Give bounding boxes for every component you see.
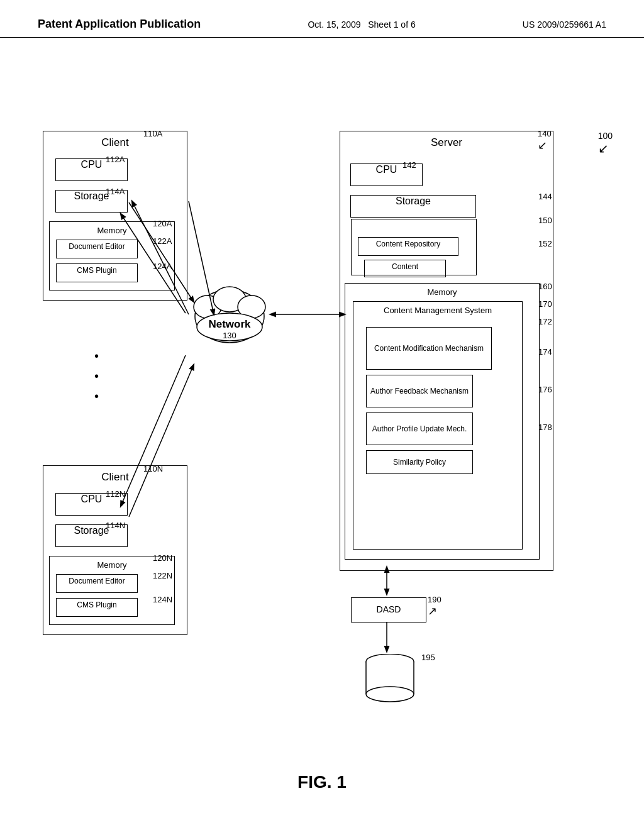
cms-box: Content Management System Content Modifi… [353, 301, 523, 550]
header-date: Oct. 15, 2009 Sheet 1 of 6 [308, 19, 415, 30]
cpu-n-label: CPU [81, 494, 103, 504]
patent-title: Patent Application Publication [38, 18, 201, 31]
svg-point-9 [366, 687, 414, 702]
author-feedback-box: Author Feedback Mechanism [366, 375, 473, 407]
client-a-title: Client [43, 136, 187, 149]
similarity-policy-ref: 178 [538, 423, 552, 432]
content-repo-label: Content Repository [376, 240, 441, 248]
server-ref: 140↙ [538, 129, 552, 152]
storage-server-box: Storage [350, 195, 476, 218]
cms-plugin-a-label: CMS Plugin [77, 266, 116, 275]
cms-plugin-a-ref: 124A [153, 262, 172, 271]
author-profile-label: Author Profile Update Mech. [372, 424, 467, 433]
cms-plugin-n-ref: 124N [153, 595, 172, 604]
network-cloud: Network 130 [186, 282, 274, 351]
cms-plugin-n-label: CMS Plugin [77, 600, 116, 609]
author-profile-ref: 176 [538, 385, 552, 394]
similarity-policy-box: Similarity Policy [366, 450, 473, 474]
client-n-ref: 110N [143, 464, 163, 473]
dots: ••• [94, 346, 99, 406]
dasd-label: DASD [352, 598, 426, 614]
storage-a-ref: 114A [106, 187, 125, 196]
cms-plugin-n-box: CMS Plugin [56, 598, 138, 617]
doc-editor-n-label: Document Editor [69, 577, 125, 585]
author-feedback-label: Author Feedback Mechanism [370, 387, 469, 396]
memory-n-box: Memory Document Editor CMS Plugin [49, 556, 175, 625]
doc-editor-n-ref: 122N [153, 571, 172, 580]
network-ref: 130 [186, 331, 274, 340]
content-ref: 152 [538, 239, 552, 248]
cpu-a-label: CPU [81, 159, 103, 170]
storage-server-label: Storage [396, 196, 431, 206]
author-feedback-ref: 174 [538, 347, 552, 357]
cms-ref: 170 [538, 299, 552, 309]
content-repo-box: Content Repository [358, 237, 458, 256]
storage-n-label: Storage [74, 525, 109, 536]
memory-server-label: Memory [345, 284, 539, 297]
memory-server-ref: 160 [538, 282, 552, 291]
cpu-a-ref: 112A [106, 155, 125, 164]
client-a-ref: 110A [143, 129, 162, 138]
dasd-ref: 190↗ [428, 595, 441, 618]
cpu-server-ref: 142 [402, 160, 416, 170]
diagram: 100 ↙ Client 110A CPU 112A Storage 114A … [0, 38, 644, 805]
header-patent: US 2009/0259661 A1 [523, 19, 606, 30]
doc-editor-a-box: Document Editor [56, 240, 138, 258]
similarity-policy-label: Similarity Policy [393, 458, 446, 467]
doc-editor-a-ref: 122A [153, 236, 172, 246]
header: Patent Application Publication Oct. 15, … [0, 0, 644, 38]
content-mod-label: Content Modification Mechanism [374, 344, 484, 353]
content-mod-box: Content Modification Mechanism [366, 327, 492, 370]
cpu-n-ref: 112N [106, 489, 125, 499]
client-n-title: Client [43, 471, 187, 484]
doc-editor-n-box: Document Editor [56, 574, 138, 593]
ref-100: 100 ↙ [598, 131, 613, 156]
fig-label: FIG. 1 [297, 772, 347, 792]
content-box: Content [364, 260, 446, 277]
cylinder-195 [362, 654, 418, 704]
drum-ref: 195 [421, 653, 435, 662]
storage-n-ref: 114N [106, 521, 125, 530]
memory-a-box: Memory Document Editor CMS Plugin [49, 221, 175, 290]
doc-editor-a-label: Document Editor [69, 242, 125, 251]
content-mod-ref: 172 [538, 317, 552, 326]
storage-server-ref: 144 [538, 192, 552, 201]
storage-a-label: Storage [74, 191, 109, 201]
cms-label: Content Management System [353, 302, 522, 315]
content-repo-outer-box: Content Repository Content [351, 219, 477, 275]
cpu-server-label: CPU [376, 164, 397, 175]
network-label: Network [186, 318, 274, 331]
memory-n-ref: 120N [153, 553, 172, 563]
server-title: Server [340, 136, 553, 149]
content-label: Content [392, 262, 418, 271]
author-profile-box: Author Profile Update Mech. [366, 412, 473, 445]
memory-server-box: Memory Content Management System Content… [345, 283, 540, 560]
dasd-box: DASD [351, 597, 426, 622]
cms-plugin-a-box: CMS Plugin [56, 263, 138, 282]
content-repo-ref: 150 [538, 216, 552, 225]
memory-a-ref: 120A [153, 219, 172, 228]
page: Patent Application Publication Oct. 15, … [0, 0, 644, 830]
